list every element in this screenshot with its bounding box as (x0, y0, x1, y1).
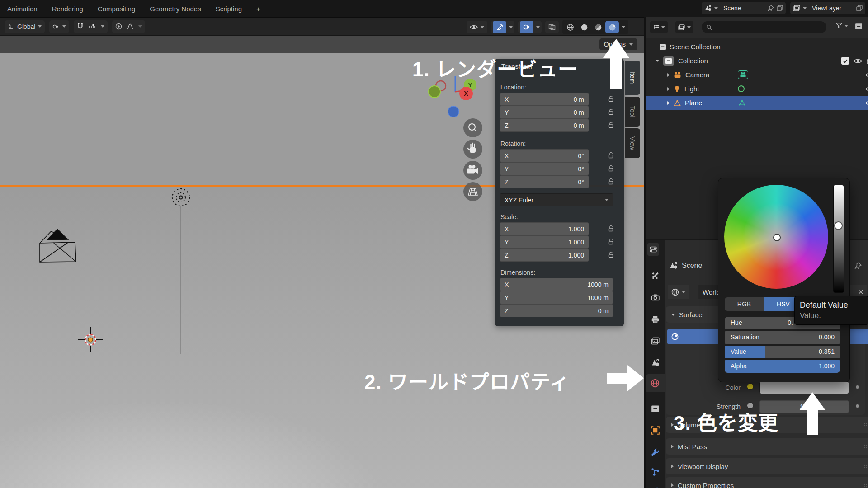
strength-decorator[interactable] (856, 404, 859, 408)
lock-location-y-icon[interactable] (606, 106, 615, 118)
rotation-mode-dropdown[interactable]: XYZ Euler (500, 193, 613, 206)
mist-pass-panel-header[interactable]: Mist Pass (666, 438, 868, 455)
hide-eye-icon[interactable] (854, 58, 862, 64)
light-data-icon[interactable] (738, 85, 745, 92)
tab-output[interactable] (646, 310, 664, 328)
tab-scene[interactable] (646, 353, 664, 371)
npanel-tab-view[interactable]: View (625, 128, 640, 158)
chevron-down-icon[interactable] (536, 26, 540, 28)
outliner-search-input[interactable] (702, 21, 826, 33)
tab-view-layer[interactable] (646, 332, 664, 350)
location-z-field[interactable]: Z0 m (500, 119, 589, 132)
value-slider[interactable] (833, 185, 844, 293)
tab-collection[interactable] (646, 399, 664, 418)
show-overlays-toggle[interactable] (520, 21, 533, 33)
workspace-tab-scripting[interactable]: Scripting (208, 0, 249, 17)
tab-world[interactable] (646, 374, 665, 392)
transform-orientation-dropdown[interactable]: Global (5, 20, 45, 33)
disclosure-collapsed-icon[interactable] (667, 87, 670, 91)
pin-id-icon[interactable] (854, 262, 862, 269)
shading-wireframe-button[interactable] (563, 21, 577, 33)
dimensions-y-field[interactable]: Y1000 m (500, 291, 613, 304)
new-scene-icon[interactable] (777, 5, 783, 11)
tab-physics[interactable] (646, 481, 664, 488)
add-workspace-button[interactable]: + (249, 0, 268, 17)
pin-icon[interactable] (768, 5, 774, 11)
color-decorator[interactable] (856, 385, 859, 389)
outliner-row-scene-collection[interactable]: Scene Collection (646, 40, 868, 54)
color-socket[interactable] (747, 383, 754, 390)
tab-object[interactable] (646, 421, 664, 439)
workspace-tab-geometry-nodes[interactable]: Geometry Nodes (142, 0, 208, 17)
rotation-x-field[interactable]: X0° (500, 149, 589, 162)
scale-x-field[interactable]: X1.000 (500, 222, 589, 235)
panel-drag-dots-icon[interactable] (864, 465, 868, 468)
camera-data-icon[interactable] (738, 70, 748, 79)
rotation-y-field[interactable]: Y0° (500, 162, 589, 175)
lock-rotation-y-icon[interactable] (606, 162, 615, 174)
camera-object[interactable] (40, 229, 76, 262)
pivot-point-dropdown[interactable] (49, 20, 69, 33)
lock-location-z-icon[interactable] (606, 119, 615, 131)
tab-render[interactable] (646, 288, 664, 306)
panel-drag-dots-icon[interactable] (864, 445, 868, 448)
outliner-filter-id-dropdown[interactable] (675, 21, 693, 33)
npanel-tab-item[interactable]: Item (625, 61, 640, 95)
scene-selector[interactable]: Scene (702, 2, 786, 14)
npanel-tab-tool[interactable]: Tool (625, 97, 640, 127)
color-swatch[interactable] (760, 381, 849, 394)
breadcrumb-scene[interactable]: Scene (682, 262, 702, 270)
outliner-filter-dropdown[interactable] (836, 23, 848, 29)
chevron-down-icon[interactable] (101, 25, 104, 28)
world-browse-dropdown[interactable] (668, 285, 689, 299)
editor-type-dropdown[interactable] (647, 243, 659, 256)
new-viewlayer-icon[interactable] (856, 5, 863, 11)
rotation-z-field[interactable]: Z0° (500, 175, 589, 188)
options-dropdown[interactable]: Options (599, 38, 637, 50)
viewlayer-selector[interactable]: ViewLayer (790, 2, 865, 14)
outliner-row-light[interactable]: Light (646, 82, 868, 96)
location-x-field[interactable]: X0 m (500, 93, 589, 106)
lock-location-x-icon[interactable] (606, 93, 615, 105)
lock-scale-z-icon[interactable] (606, 249, 615, 261)
shading-material-button[interactable] (591, 21, 605, 33)
tab-rgb[interactable]: RGB (725, 297, 764, 311)
snap-magnet-icon[interactable] (77, 23, 84, 30)
tab-modifiers[interactable] (646, 443, 664, 461)
saturation-slider[interactable]: Saturation 0.000 (725, 331, 840, 344)
chevron-down-icon[interactable] (509, 26, 513, 28)
outliner-row-plane[interactable]: Plane (646, 96, 868, 110)
xray-toggle[interactable] (545, 21, 559, 33)
disclosure-collapsed-icon[interactable] (667, 73, 670, 77)
disclosure-collapsed-icon[interactable] (667, 101, 670, 105)
chevron-down-icon[interactable] (622, 26, 625, 28)
viewport-display-panel-header[interactable]: Viewport Display (666, 458, 868, 474)
lock-rotation-z-icon[interactable] (606, 175, 615, 188)
dimensions-x-field[interactable]: X1000 m (500, 278, 613, 291)
scale-y-field[interactable]: Y1.000 (500, 235, 589, 249)
camera-view-button[interactable] (463, 161, 482, 180)
disclosure-expanded-icon[interactable] (656, 60, 659, 62)
snap-target-icon[interactable] (88, 23, 96, 30)
hide-eye-icon[interactable] (865, 86, 868, 92)
custom-properties-panel-header[interactable]: Custom Properties (666, 477, 868, 488)
outliner-row-camera[interactable]: Camera (646, 68, 868, 82)
alpha-slider[interactable]: Alpha 1.000 (725, 360, 840, 373)
shading-solid-button[interactable] (577, 21, 591, 33)
mesh-data-icon[interactable] (739, 100, 745, 106)
wheel-cursor[interactable] (773, 234, 781, 241)
scale-z-field[interactable]: Z1.000 (500, 249, 589, 262)
panel-drag-dots-icon[interactable] (864, 423, 868, 427)
workspace-tab-compositing[interactable]: Compositing (90, 0, 142, 17)
proportional-edit-icon[interactable] (115, 23, 122, 30)
render-enable-checkbox[interactable] (841, 57, 849, 65)
show-gizmos-toggle[interactable] (493, 21, 506, 33)
falloff-curve-icon[interactable] (127, 23, 134, 29)
pan-hand-button[interactable] (463, 140, 482, 159)
show-object-types-dropdown[interactable] (467, 21, 487, 33)
outliner-row-collection[interactable]: Collection (646, 54, 868, 68)
workspace-tab-rendering[interactable]: Rendering (45, 0, 90, 17)
value-slider-handle[interactable] (834, 221, 843, 230)
location-y-field[interactable]: Y0 m (500, 106, 589, 119)
light-object[interactable] (172, 189, 189, 206)
